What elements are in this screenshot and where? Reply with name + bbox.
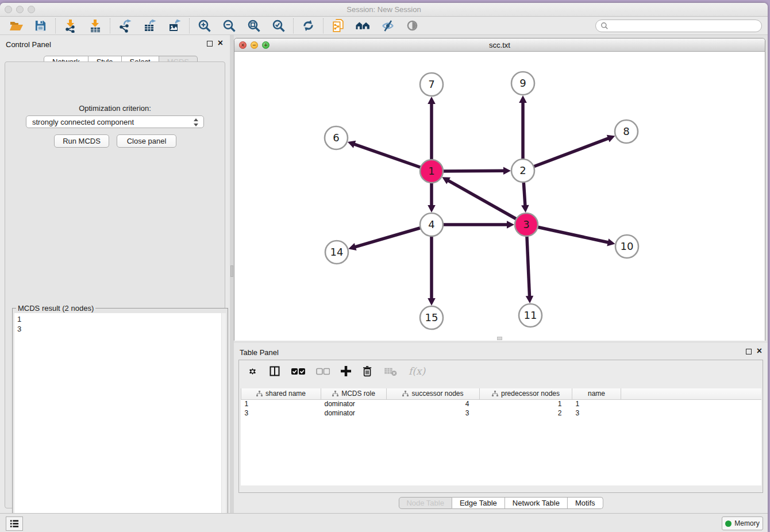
table-cell[interactable]: 2 bbox=[480, 408, 572, 418]
tab-node-table[interactable]: Node Table bbox=[398, 497, 452, 509]
first-neighbors-button[interactable] bbox=[351, 17, 375, 34]
close-panel-button[interactable]: Close panel bbox=[117, 134, 176, 148]
open-folder-icon bbox=[9, 19, 23, 33]
trash-icon bbox=[362, 365, 373, 377]
table-row[interactable]: 3dominator323 bbox=[241, 408, 762, 418]
close-table-panel-icon[interactable]: × bbox=[757, 345, 762, 357]
add-row-button[interactable] bbox=[341, 364, 351, 379]
table-cell[interactable]: 3 bbox=[387, 408, 480, 418]
graph-node-label: 11 bbox=[524, 309, 537, 321]
network-window-title: scc.txt bbox=[234, 41, 765, 49]
table-panel-tabs: Node Table Edge Table Network Table Moti… bbox=[398, 497, 603, 509]
toolbar-separator bbox=[323, 18, 324, 33]
graph-edge-3-1[interactable] bbox=[448, 180, 526, 225]
toolbar-separator bbox=[55, 18, 56, 33]
graph-edge-arrowhead bbox=[507, 221, 514, 229]
open-session-button[interactable] bbox=[3, 17, 28, 34]
application-window: Session: New Session bbox=[0, 3, 768, 532]
table-cell[interactable]: 1 bbox=[241, 399, 321, 408]
zoom-fit-button[interactable] bbox=[241, 17, 266, 34]
divider-handle[interactable] bbox=[230, 265, 233, 277]
table-cell[interactable]: dominator bbox=[321, 408, 387, 418]
save-session-button[interactable] bbox=[28, 17, 53, 34]
checked-boxes-icon bbox=[291, 368, 305, 375]
criterion-value: strongly connected component bbox=[32, 118, 134, 126]
memory-button[interactable]: Memory bbox=[722, 516, 763, 530]
import-table-button[interactable] bbox=[83, 17, 107, 34]
hierarchy-icon bbox=[402, 391, 409, 397]
list-icon bbox=[10, 519, 19, 528]
node-table[interactable]: shared name MCDS role successor nodes pr… bbox=[241, 388, 761, 485]
task-history-button[interactable] bbox=[6, 516, 23, 531]
tab-motifs[interactable]: Motifs bbox=[568, 497, 603, 509]
graph-edge-1-6[interactable] bbox=[354, 144, 432, 171]
show-all-button[interactable] bbox=[400, 17, 425, 34]
delete-row-button[interactable] bbox=[362, 364, 373, 379]
import-network-button[interactable] bbox=[58, 17, 83, 34]
search-box[interactable] bbox=[595, 20, 762, 32]
graph-node-label: 14 bbox=[330, 246, 344, 258]
network-graph[interactable]: 7968124314101511 bbox=[234, 52, 765, 341]
table-panel: Table Panel × bbox=[234, 343, 768, 513]
graph-edge-arrowhead bbox=[607, 238, 615, 246]
graph-edge-3-10[interactable] bbox=[526, 225, 609, 242]
export-image-button[interactable] bbox=[162, 17, 187, 34]
tab-network-table[interactable]: Network Table bbox=[505, 497, 568, 509]
table-row[interactable]: 1dominator411 bbox=[241, 399, 762, 408]
function-builder-button[interactable]: f(x) bbox=[409, 364, 425, 379]
run-mcds-button[interactable]: Run MCDS bbox=[54, 134, 109, 148]
table-cell[interactable]: 3 bbox=[241, 408, 321, 418]
float-table-panel-icon[interactable] bbox=[746, 349, 752, 354]
result-scrollbar[interactable] bbox=[221, 313, 226, 532]
column-header-name[interactable]: name bbox=[572, 388, 621, 399]
float-panel-icon[interactable] bbox=[207, 41, 213, 47]
mcds-result-text[interactable]: 1 3 bbox=[14, 313, 221, 532]
zoom-selected-icon bbox=[272, 19, 286, 33]
graph-edge-arrowhead bbox=[526, 296, 534, 303]
graph-edge-arrowhead bbox=[428, 205, 436, 213]
column-header-predecessor-nodes[interactable]: predecessor nodes bbox=[480, 388, 572, 399]
panel-divider[interactable] bbox=[230, 35, 234, 513]
graph-node-label: 9 bbox=[519, 77, 526, 89]
zoom-in-button[interactable] bbox=[192, 17, 217, 34]
resize-grip[interactable] bbox=[497, 337, 502, 340]
graph-edge-arrowhead bbox=[348, 243, 356, 250]
table-settings-button[interactable] bbox=[247, 364, 258, 379]
dropdown-stepper-icon bbox=[194, 118, 199, 126]
table-cell[interactable]: 1 bbox=[572, 399, 621, 408]
graph-edge-2-8[interactable] bbox=[523, 138, 609, 171]
show-column-button[interactable] bbox=[269, 364, 280, 379]
column-header-successor-nodes[interactable]: successor nodes bbox=[387, 388, 480, 399]
close-panel-icon[interactable]: × bbox=[218, 37, 223, 49]
column-header-mcds-role[interactable]: MCDS role bbox=[321, 388, 387, 399]
export-network-button[interactable] bbox=[113, 17, 137, 34]
table-cell[interactable]: 4 bbox=[387, 399, 480, 408]
column-header-shared-name[interactable]: shared name bbox=[241, 388, 321, 399]
select-all-button[interactable] bbox=[291, 364, 305, 379]
zoom-out-button[interactable] bbox=[217, 17, 241, 34]
table-cell[interactable]: dominator bbox=[321, 399, 387, 408]
table-cell[interactable]: 1 bbox=[480, 399, 572, 408]
tab-edge-table[interactable]: Edge Table bbox=[452, 497, 505, 509]
new-network-from-selection-button[interactable] bbox=[326, 17, 351, 34]
refresh-view-button[interactable] bbox=[296, 17, 321, 34]
delete-table-button[interactable] bbox=[384, 364, 398, 379]
graph-node-label: 7 bbox=[428, 78, 434, 90]
window-title: Session: New Session bbox=[0, 5, 768, 14]
network-canvas[interactable]: 7968124314101511 bbox=[234, 52, 765, 341]
hierarchy-icon bbox=[332, 391, 338, 397]
export-table-button[interactable] bbox=[137, 17, 162, 34]
hide-selected-button[interactable] bbox=[375, 17, 400, 34]
zoom-selected-button[interactable] bbox=[266, 17, 291, 34]
criterion-dropdown[interactable]: strongly connected component bbox=[26, 115, 204, 128]
node-table-container: f(x) shared name MCDS role successor nod… bbox=[238, 360, 763, 493]
status-bar: Memory bbox=[0, 513, 768, 532]
export-image-icon bbox=[168, 19, 182, 33]
network-window-titlebar[interactable]: × − + scc.txt bbox=[234, 38, 765, 52]
search-input[interactable] bbox=[611, 21, 761, 31]
table-cell[interactable]: 3 bbox=[572, 408, 621, 418]
mcds-tab-content: Optimization criterion: strongly connect… bbox=[5, 61, 225, 508]
memory-label: Memory bbox=[734, 519, 759, 527]
deselect-all-button[interactable] bbox=[316, 364, 330, 379]
zoom-out-icon bbox=[222, 19, 236, 33]
